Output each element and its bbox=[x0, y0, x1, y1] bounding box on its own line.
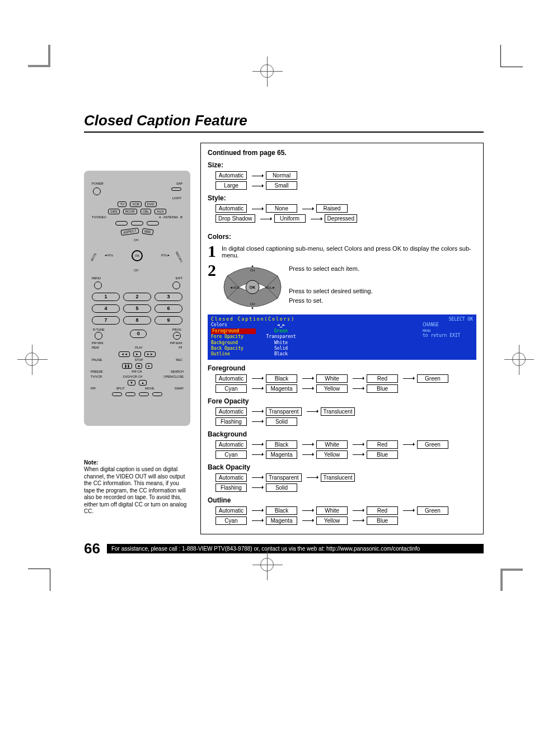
opacity-option: Automatic bbox=[216, 407, 247, 416]
opacity-option: Transparent bbox=[266, 407, 302, 416]
color-option: Yellow bbox=[316, 450, 348, 459]
opacity-option: Flashing bbox=[216, 417, 247, 426]
style-option: Uniform bbox=[274, 214, 306, 223]
note-block: Note: When digital caption is used on di… bbox=[84, 459, 190, 515]
opacity-option: Automatic bbox=[216, 473, 247, 482]
color-option: Magenta bbox=[266, 516, 297, 525]
continued-label: Continued from page 65. bbox=[208, 149, 476, 157]
opacity-option: Solid bbox=[266, 483, 297, 492]
background-heading: Background bbox=[208, 430, 476, 438]
color-option: Red bbox=[367, 506, 398, 515]
svg-text:▼: ▼ bbox=[251, 307, 254, 310]
size-option: Automatic bbox=[216, 171, 247, 180]
color-option: Magenta bbox=[266, 384, 297, 393]
color-option: Black bbox=[266, 506, 297, 515]
note-body: When digital caption is used on digital … bbox=[84, 466, 186, 514]
style-option: Drop Shadow bbox=[216, 214, 255, 223]
size-option: Large bbox=[216, 181, 247, 190]
color-option: Cyan bbox=[216, 516, 247, 525]
size-option: Normal bbox=[266, 171, 297, 180]
step-2-line: Press to set. bbox=[289, 296, 373, 306]
color-option: Black bbox=[266, 440, 297, 449]
color-option: Blue bbox=[367, 516, 398, 525]
style-heading: Style: bbox=[208, 194, 476, 202]
step-1-number: 1 bbox=[208, 243, 216, 260]
color-option: White bbox=[316, 440, 348, 449]
color-option: Cyan bbox=[216, 450, 247, 459]
color-option: Yellow bbox=[316, 384, 348, 393]
opacity-option: Solid bbox=[266, 417, 297, 426]
note-heading: Note: bbox=[84, 459, 190, 467]
color-option: Automatic bbox=[216, 374, 247, 383]
fore-opacity-heading: Fore Opacity bbox=[208, 397, 476, 405]
color-option: Cyan bbox=[216, 384, 247, 393]
right-panel: Continued from page 65. Size: Automatic … bbox=[200, 143, 484, 534]
nav-pad-icon: OK ▲ CH ▼ CH ◄VOL VOL► bbox=[222, 262, 283, 312]
footer-bar: For assistance, please call : 1-888-VIEW… bbox=[107, 544, 484, 553]
color-option: Magenta bbox=[266, 450, 297, 459]
back-opacity-heading: Back Opacity bbox=[208, 463, 476, 471]
page-title: Closed Caption Feature bbox=[84, 112, 484, 133]
color-option: Automatic bbox=[216, 506, 247, 515]
step-2-line: Press to select desired setting. bbox=[289, 287, 373, 297]
style-option: Automatic bbox=[216, 204, 247, 213]
color-option: Green bbox=[417, 506, 448, 515]
page-number: 66 bbox=[84, 540, 100, 557]
step-1-text: In digital closed captioning sub-menu, s… bbox=[222, 243, 476, 260]
color-option: White bbox=[316, 506, 348, 515]
svg-text:CH: CH bbox=[250, 302, 255, 306]
color-option: Green bbox=[417, 440, 448, 449]
opacity-option: Translucent bbox=[321, 473, 355, 482]
color-option: Blue bbox=[367, 384, 398, 393]
svg-text:VOL►: VOL► bbox=[265, 286, 275, 289]
opacity-option: Flashing bbox=[216, 483, 247, 492]
osd-screenshot: Closed Caption(Colors) SELECT OK Colors◄… bbox=[208, 314, 476, 360]
color-option: Red bbox=[367, 374, 398, 383]
svg-text:▲: ▲ bbox=[251, 264, 254, 267]
svg-text:OK: OK bbox=[250, 285, 256, 289]
foreground-heading: Foreground bbox=[208, 364, 476, 372]
remote-illustration: POWER SAP LIGHT TVVCRDVD DBSRCVRCBLAUX T… bbox=[84, 171, 190, 426]
color-option: White bbox=[316, 374, 348, 383]
style-option: Depressed bbox=[325, 214, 357, 223]
opacity-option: Transparent bbox=[266, 473, 302, 482]
opacity-option: Translucent bbox=[321, 407, 355, 416]
color-option: Red bbox=[367, 440, 398, 449]
svg-text:◄VOL: ◄VOL bbox=[229, 286, 240, 289]
size-option: Small bbox=[266, 181, 297, 190]
step-2-line: Press to select each item. bbox=[289, 264, 373, 274]
svg-text:CH: CH bbox=[250, 269, 255, 272]
step-2-number: 2 bbox=[208, 262, 216, 279]
style-option: None bbox=[266, 204, 297, 213]
color-option: Automatic bbox=[216, 440, 247, 449]
style-option: Raised bbox=[316, 204, 348, 213]
color-option: Blue bbox=[367, 450, 398, 459]
size-heading: Size: bbox=[208, 161, 476, 169]
outline-heading: Outline bbox=[208, 496, 476, 504]
colors-heading: Colors: bbox=[208, 233, 476, 241]
color-option: Green bbox=[417, 374, 448, 383]
color-option: Yellow bbox=[316, 516, 348, 525]
color-option: Black bbox=[266, 374, 297, 383]
